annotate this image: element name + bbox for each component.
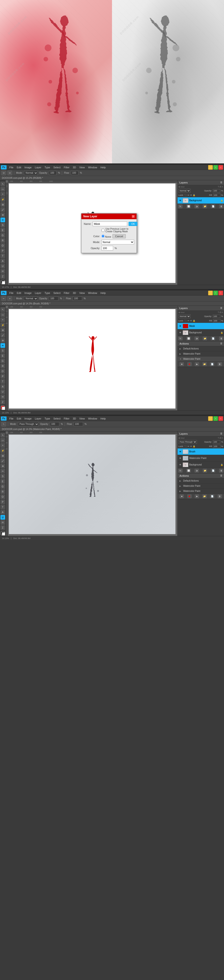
maximize-btn-2[interactable]: +: [213, 291, 218, 295]
menu-file-2[interactable]: File: [8, 291, 15, 295]
tool-type-3[interactable]: T: [0, 505, 5, 509]
adj-btn-2[interactable]: ◑: [195, 337, 199, 340]
adj-btn-1[interactable]: ◑: [195, 205, 199, 208]
opacity-layer-input-2[interactable]: [213, 315, 220, 318]
actions-options-icon-3[interactable]: ☰: [220, 475, 222, 477]
tool-magic-2[interactable]: ⚡: [0, 323, 5, 327]
tool-blur-2[interactable]: R: [0, 364, 5, 368]
blend-mode-select-1[interactable]: Normal: [178, 189, 191, 192]
menu-edit-2[interactable]: Edit: [15, 291, 23, 295]
brush-size-btn-2[interactable]: ▾: [8, 296, 12, 301]
tool-zoom[interactable]: Z: [0, 274, 5, 279]
tool-blur[interactable]: R: [0, 238, 5, 243]
tool-bucket-2[interactable]: G: [0, 359, 5, 363]
layer-row-watercolor-3[interactable]: 👁 wc Watercolor Paint: [178, 455, 224, 461]
fx-btn-2[interactable]: fx: [178, 337, 183, 340]
action-default-actions-2[interactable]: ▶ Default Actions: [178, 346, 224, 352]
tool-path-2[interactable]: A: [0, 384, 5, 389]
flow-input-1[interactable]: [71, 171, 78, 175]
menu-edit-1[interactable]: Edit: [15, 165, 23, 169]
group-btn-2[interactable]: 📁: [203, 337, 207, 340]
file-tab-1[interactable]: DOOOOR.com.psd @ 15.2% (RGB/8) *: [0, 176, 224, 180]
lock-all-1[interactable]: 🔒: [193, 194, 195, 196]
layers-panel-header-1[interactable]: Layers ☰: [178, 180, 224, 185]
action-del-btn-2[interactable]: 🗑: [218, 362, 222, 366]
layer-row-brush-3[interactable]: 👁 Brush: [178, 449, 224, 455]
action-stop-btn-2[interactable]: ■: [180, 362, 184, 366]
tool-icon-1[interactable]: M: [2, 171, 6, 175]
tool-clone[interactable]: S: [0, 223, 5, 228]
tool-magic-3[interactable]: ⚡: [0, 448, 5, 453]
lock-paint-1[interactable]: ✏: [187, 194, 189, 196]
action-record-btn-3[interactable]: ⏺: [187, 495, 192, 498]
lock-transparent-1[interactable]: ⬛: [184, 194, 187, 196]
action-watercolor-2-2[interactable]: ▼ Watercolor Paint: [178, 356, 224, 362]
tool-blur-3[interactable]: R: [0, 489, 5, 494]
tool-brush-3[interactable]: ✏: [0, 469, 5, 473]
action-stop-btn-3[interactable]: ■: [180, 495, 184, 498]
action-watercolor-1-2[interactable]: ▶ Watercolor Paint: [178, 352, 224, 356]
menu-view-3[interactable]: View: [78, 417, 86, 420]
menu-3d-1[interactable]: 3D: [71, 165, 78, 169]
layer-eye-bg-2[interactable]: 👁: [178, 331, 182, 334]
tool-eraser-3[interactable]: E: [0, 479, 5, 484]
new-layer-btn-3[interactable]: 📄: [211, 469, 215, 473]
tool-pen[interactable]: P: [0, 248, 5, 253]
layers-panel-header-3[interactable]: Layers ☰: [178, 431, 224, 436]
lock-all-3[interactable]: 🔒: [193, 445, 195, 447]
fg-color-2[interactable]: [1, 406, 5, 409]
del-layer-btn-3[interactable]: 🗑: [219, 469, 223, 473]
tool-path-3[interactable]: A: [0, 510, 5, 514]
tool-shape-2[interactable]: U: [0, 390, 5, 394]
tool-clone-3[interactable]: S: [0, 474, 5, 479]
tool-marquee[interactable]: ▭: [0, 187, 5, 191]
menu-filter-3[interactable]: Filter: [62, 417, 71, 420]
menu-help-2[interactable]: Help: [99, 291, 107, 295]
menu-edit-3[interactable]: Edit: [15, 417, 23, 420]
tool-zoom-3[interactable]: Z: [0, 525, 5, 530]
fx-btn-3[interactable]: fx: [178, 469, 183, 473]
menu-type-2[interactable]: Type: [43, 291, 52, 295]
menu-window-3[interactable]: Window: [87, 417, 98, 420]
new-layer-btn-2[interactable]: 📄: [211, 337, 215, 340]
lock-pos-3[interactable]: ✛: [190, 445, 192, 447]
lock-paint-2[interactable]: ✏: [187, 320, 189, 322]
action-del-btn-3[interactable]: 🗑: [218, 495, 222, 498]
tool-pen-2[interactable]: P: [0, 374, 5, 379]
fill-input-2[interactable]: [213, 319, 221, 322]
del-layer-btn-1[interactable]: 🗑: [219, 205, 223, 208]
actions-panel-header-2[interactable]: Actions ☰: [178, 341, 224, 346]
tool-move-3[interactable]: ↖: [0, 433, 5, 438]
action-default-actions-3[interactable]: ▶ Default Actions: [178, 478, 224, 484]
tool-crop-3[interactable]: ⊞: [0, 453, 5, 458]
menu-view-2[interactable]: View: [78, 291, 86, 295]
fx-btn-1[interactable]: fx: [178, 205, 183, 208]
tool-heal-3[interactable]: ⊕: [0, 464, 5, 468]
layer-eye-brush-3[interactable]: 👁: [178, 450, 182, 453]
layer-eye-bg-3[interactable]: 👁: [178, 463, 182, 466]
menu-3d-2[interactable]: 3D: [71, 291, 78, 295]
opacity-val-2[interactable]: [49, 296, 58, 301]
mask-btn-1[interactable]: ⬜: [186, 205, 191, 208]
ok-button[interactable]: OK: [129, 222, 137, 226]
menu-filter-2[interactable]: Filter: [62, 291, 71, 295]
close-btn-1[interactable]: ×: [218, 165, 223, 170]
layer-eye-mask-2[interactable]: 👁: [178, 325, 182, 328]
layers-panel-header-2[interactable]: Layers ☰: [178, 306, 224, 311]
tool-bucket[interactable]: G: [0, 233, 5, 238]
opacity-input-1[interactable]: [49, 171, 56, 175]
tool-move[interactable]: ↖: [0, 181, 5, 186]
menu-layer-1[interactable]: Layer: [33, 165, 43, 169]
menu-select-3[interactable]: Select: [52, 417, 62, 420]
tool-lasso-2[interactable]: ⌖: [0, 318, 5, 322]
tool-dodge[interactable]: O: [0, 243, 5, 248]
menu-window-2[interactable]: Window: [87, 291, 98, 295]
mode-select-d[interactable]: Normal: [102, 240, 134, 244]
tool-type[interactable]: T: [0, 253, 5, 258]
tool-crop-2[interactable]: ⊞: [0, 328, 5, 332]
opacity-layer-input-3[interactable]: [213, 440, 220, 444]
layer-eye-wc-3[interactable]: 👁: [178, 457, 182, 460]
layer-row-bg-2[interactable]: 👁 bg Background 🔒: [178, 329, 224, 336]
tool-clone-2[interactable]: S: [0, 348, 5, 353]
layer-row-bg-3[interactable]: 👁 bg Background 🔒: [178, 461, 224, 468]
